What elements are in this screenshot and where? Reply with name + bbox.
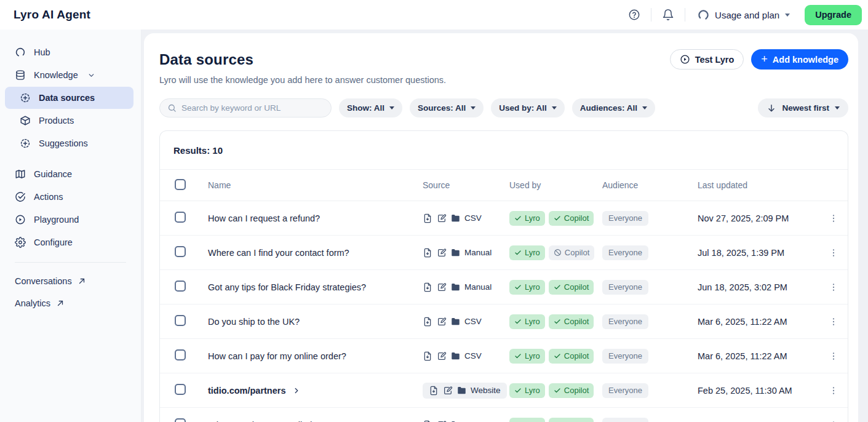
filter-used-by[interactable]: Used by: All (491, 98, 565, 117)
row-checkbox[interactable] (175, 384, 186, 395)
row-checkbox[interactable] (175, 315, 186, 326)
used-by-badge-label: Copilot (565, 248, 589, 257)
row-menu-button[interactable] (824, 381, 843, 400)
used-by-badge-label: Copilot (564, 351, 589, 360)
row-audience-cell: Everyone (598, 280, 693, 295)
sort-button[interactable]: Newest first (758, 98, 848, 117)
column-header-source: Source (418, 180, 502, 190)
check-icon (514, 215, 522, 222)
sidebar-item-suggestions[interactable]: Suggestions (5, 132, 133, 154)
select-all-checkbox[interactable] (175, 179, 186, 190)
row-audience-cell: Everyone (598, 349, 693, 364)
row-source-cell: CSV (418, 351, 502, 361)
search-icon (167, 103, 177, 113)
column-header-name: Name (208, 180, 418, 190)
search-input[interactable] (181, 103, 324, 113)
sidebar-item-hub[interactable]: Hub (5, 41, 133, 63)
usage-and-plan-button[interactable]: Usage and plan (691, 4, 796, 25)
sidebar-item-data-sources[interactable]: Data sources (5, 87, 133, 109)
website-folder-icon (457, 386, 466, 395)
column-header-audience: Audience (598, 180, 693, 190)
sidebar-item-actions[interactable]: Actions (5, 186, 133, 208)
upgrade-button[interactable]: Upgrade (805, 5, 862, 25)
row-used-by-cell: Lyro Copilot (502, 418, 598, 422)
row-audience-cell: Everyone (598, 314, 693, 329)
caret-down-icon (552, 106, 557, 109)
table-row[interactable]: tidio.com/partners Website (160, 373, 848, 408)
sidebar-item-configure[interactable]: Configure (5, 231, 133, 253)
row-name-cell: Got any tips for Black Friday strategies… (208, 282, 418, 292)
row-source-label: Manual (464, 248, 492, 257)
row-source-cell: CSV (418, 213, 502, 223)
filter-label: Audiences: All (580, 103, 637, 113)
row-checkbox[interactable] (175, 246, 186, 257)
search-box (159, 98, 332, 117)
used-by-badge-label: Lyro (525, 317, 540, 326)
manual-note-icon (437, 213, 447, 223)
sidebar-item-label: Hub (34, 47, 50, 57)
row-menu-button[interactable] (824, 278, 843, 297)
audience-badge: Everyone (602, 245, 648, 260)
row-checkbox[interactable] (175, 418, 186, 422)
filter-label: Used by: All (499, 103, 547, 113)
sidebar-link-conversations[interactable]: Conversations (0, 270, 141, 292)
used-by-badge-label: Copilot (564, 282, 589, 292)
sidebar-link-analytics[interactable]: Analytics (0, 292, 141, 314)
row-menu-button[interactable] (824, 347, 843, 365)
add-knowledge-label: Add knowledge (773, 55, 838, 65)
used-by-badge-label: Lyro (525, 351, 540, 360)
used-by-badge-label: Copilot (564, 386, 589, 395)
used-by-badge: Lyro (509, 280, 545, 295)
add-knowledge-button[interactable]: + Add knowledge (751, 49, 848, 70)
row-name-cell: tidio.com/partners (208, 386, 418, 396)
used-by-badge-label: Copilot (564, 213, 589, 223)
used-by-badge: Copilot (549, 383, 594, 398)
table-row[interactable]: Do you ship to the UK? CSV (160, 305, 848, 339)
sidebar: Hub Knowledge Data sources Products Sugg… (0, 30, 141, 422)
page-title: Data sources (159, 51, 253, 68)
row-menu-button[interactable] (824, 244, 843, 262)
sidebar-item-label: Guidance (34, 169, 72, 179)
sidebar-item-playground[interactable]: Playground (5, 209, 133, 231)
data-sources-panel: Data sources Test Lyro + Add knowledge L… (144, 33, 858, 422)
row-checkbox[interactable] (175, 212, 186, 223)
kebab-icon (829, 420, 838, 422)
products-icon (20, 115, 31, 126)
sort-label: Newest first (782, 103, 829, 113)
notifications-button[interactable] (658, 4, 679, 25)
help-button[interactable] (624, 4, 645, 25)
audience-badge: Everyone (602, 280, 648, 295)
used-by-badge-label: Lyro (525, 282, 540, 292)
sidebar-item-knowledge[interactable]: Knowledge (5, 64, 133, 86)
audience-badge: Everyone (602, 383, 648, 398)
row-checkbox[interactable] (175, 281, 186, 292)
caret-down-icon (835, 106, 840, 109)
row-name: How can I pay for my online order? (208, 351, 346, 361)
table-row[interactable]: How can I request a refund? CSV (160, 201, 848, 236)
table-row[interactable]: Where can I find your contact form? Manu… (160, 236, 848, 270)
row-menu-button[interactable] (824, 416, 843, 422)
manual-note-icon (443, 386, 453, 396)
row-checkbox[interactable] (175, 349, 186, 360)
row-used-by-cell: Lyro Copilot (502, 383, 598, 398)
filter-show[interactable]: Show: All (339, 98, 402, 117)
sidebar-item-guidance[interactable]: Guidance (5, 163, 133, 185)
filter-sources[interactable]: Sources: All (410, 98, 484, 117)
results-table: Results: 10 Name Source Used by Audience… (159, 130, 848, 422)
table-row[interactable]: How can I pay for my online order? CSV (160, 339, 848, 373)
row-last-updated: Nov 27, 2025, 2:09 PM (693, 213, 819, 223)
sidebar-item-products[interactable]: Products (5, 109, 133, 132)
row-menu-button[interactable] (824, 313, 843, 331)
play-circle-icon (680, 54, 690, 65)
sidebar-item-label: Configure (34, 237, 73, 247)
filter-audiences[interactable]: Audiences: All (572, 98, 655, 117)
row-name: What was that song called? (208, 420, 317, 422)
table-row[interactable]: What was that song called? Manual (160, 408, 848, 422)
check-icon (554, 387, 561, 394)
test-lyro-button[interactable]: Test Lyro (670, 49, 744, 70)
column-header-used-by: Used by (502, 180, 598, 190)
playground-icon (15, 214, 26, 225)
row-menu-button[interactable] (824, 209, 843, 228)
table-row[interactable]: Got any tips for Black Friday strategies… (160, 270, 848, 305)
used-by-badge: Copilot (549, 349, 594, 364)
